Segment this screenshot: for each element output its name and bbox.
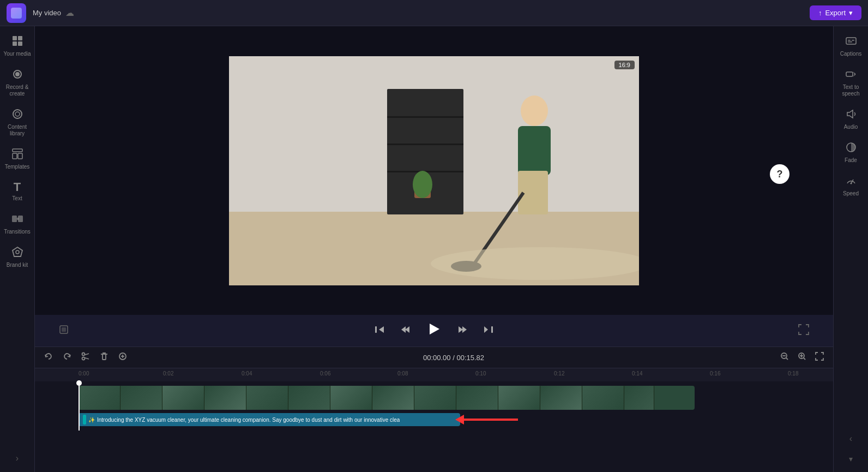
- export-arrow-icon: ↑: [818, 9, 822, 17]
- svg-point-5: [15, 72, 20, 76]
- video-controls-bar: [35, 315, 833, 346]
- main-area: Your media Record &create Contentlibrary: [0, 26, 868, 472]
- sidebar-item-text-to-speech[interactable]: Text tospeech: [834, 64, 868, 101]
- help-button[interactable]: ?: [770, 164, 789, 184]
- svg-point-42: [82, 353, 85, 356]
- video-track-row: 🔊: [79, 386, 833, 410]
- sidebar-item-brand-kit[interactable]: Brand kit: [0, 242, 34, 273]
- skip-back-button[interactable]: [372, 322, 387, 340]
- right-sidebar-label-audio: Audio: [844, 124, 858, 130]
- right-sidebar-label-captions: Captions: [840, 51, 861, 57]
- thumb-5: [246, 386, 288, 410]
- svg-marker-40: [484, 326, 488, 333]
- svg-rect-41: [491, 326, 493, 333]
- video-track[interactable]: 🔊: [79, 386, 695, 410]
- sidebar-item-record[interactable]: Record &create: [0, 64, 34, 101]
- top-bar: My video ☁ ↑ Export ▾: [0, 0, 868, 26]
- tracks-container: 🔊: [35, 381, 833, 431]
- your-media-icon: [11, 35, 23, 49]
- sidebar-item-transitions[interactable]: Transitions: [0, 208, 34, 240]
- arrow-annotation: [463, 413, 518, 426]
- ruler-mark-18: 0:18: [788, 371, 798, 377]
- fullscreen-button[interactable]: [796, 322, 811, 340]
- sidebar-item-audio[interactable]: Audio: [834, 104, 868, 135]
- panel-expand-button[interactable]: ▾: [845, 450, 857, 468]
- sidebar-collapse-button[interactable]: ›: [11, 449, 23, 468]
- add-to-timeline-button[interactable]: [116, 350, 130, 365]
- cut-button[interactable]: [79, 350, 93, 365]
- timeline-area: 00:00.00 / 00:15.82: [35, 346, 833, 472]
- fit-to-window-button[interactable]: [812, 350, 827, 365]
- svg-rect-34: [375, 326, 377, 333]
- sidebar-item-fade[interactable]: Fade: [834, 137, 868, 168]
- arrow-line: [463, 419, 518, 421]
- export-button[interactable]: ↑ Export ▾: [810, 5, 861, 20]
- sidebar-item-templates[interactable]: Templates: [0, 144, 34, 175]
- zoom-in-button[interactable]: [795, 350, 809, 365]
- svg-marker-37: [430, 324, 439, 334]
- caption-track-text: Introducing the XYZ vacuum cleaner, your…: [97, 417, 400, 423]
- rewind-button[interactable]: [398, 322, 413, 340]
- thumb-3: [162, 386, 204, 410]
- cloud-save-icon[interactable]: ☁: [65, 8, 74, 18]
- svg-rect-1: [18, 36, 22, 40]
- export-label: Export: [825, 9, 846, 17]
- ai-caption-icon: ✨: [88, 417, 95, 423]
- current-time: 00:00.00: [423, 354, 451, 362]
- playhead-handle: [76, 380, 82, 386]
- svg-rect-56: [846, 38, 856, 44]
- svg-rect-18: [387, 116, 463, 118]
- thumb-12: [540, 386, 582, 410]
- timeline-toolbar: 00:00.00 / 00:15.82: [35, 347, 833, 368]
- app-logo-inner: [11, 8, 22, 19]
- aspect-ratio-badge[interactable]: 16:9: [614, 61, 635, 69]
- captions-icon: [845, 35, 857, 49]
- sidebar-item-text[interactable]: T Text: [0, 177, 34, 206]
- redo-button[interactable]: [60, 350, 74, 365]
- video-scene: [229, 56, 639, 285]
- svg-marker-36: [401, 326, 406, 333]
- text-to-speech-icon: [845, 68, 857, 82]
- thumb-6: [288, 386, 330, 410]
- svg-rect-3: [18, 41, 22, 46]
- ruler-mark-10: 0:10: [475, 371, 486, 377]
- video-title: My video: [33, 9, 61, 17]
- undo-button[interactable]: [41, 350, 56, 365]
- thumb-11: [498, 386, 540, 410]
- svg-point-6: [13, 110, 22, 118]
- playhead[interactable]: [79, 381, 80, 431]
- transitions-icon: [11, 213, 23, 226]
- svg-marker-38: [459, 326, 463, 333]
- play-button[interactable]: [424, 319, 444, 342]
- svg-point-43: [82, 357, 85, 360]
- mask-button[interactable]: [57, 322, 71, 339]
- svg-marker-35: [405, 326, 409, 333]
- svg-point-30: [431, 247, 639, 280]
- video-scene-svg: [229, 56, 639, 285]
- text-icon: T: [14, 181, 21, 193]
- sidebar-item-your-media[interactable]: Your media: [0, 31, 34, 62]
- svg-rect-11: [12, 216, 17, 222]
- caption-handle-left: [83, 415, 86, 425]
- svg-point-7: [15, 112, 20, 116]
- svg-point-23: [413, 171, 432, 198]
- zoom-out-button[interactable]: [777, 350, 792, 365]
- svg-rect-59: [848, 41, 852, 43]
- sidebar-item-speed[interactable]: Speed: [834, 170, 868, 201]
- svg-rect-8: [13, 149, 22, 152]
- audio-icon: [845, 108, 857, 122]
- right-sidebar: Captions Text tospeech Audio: [833, 26, 868, 472]
- sidebar-label-record: Record &create: [6, 84, 29, 97]
- thumb-8: [372, 386, 414, 410]
- skip-forward-button[interactable]: [481, 322, 496, 340]
- sidebar-item-captions[interactable]: Captions: [834, 31, 868, 62]
- svg-marker-39: [462, 326, 467, 333]
- forward-button[interactable]: [455, 322, 470, 340]
- right-sidebar-collapse-button[interactable]: ‹: [845, 429, 857, 448]
- sidebar-item-content-library[interactable]: Contentlibrary: [0, 104, 34, 141]
- delete-button[interactable]: [97, 350, 111, 365]
- video-container: 16:9: [229, 56, 639, 285]
- brand-kit-icon: [11, 246, 23, 260]
- caption-track[interactable]: ✨ Introducing the XYZ vacuum cleaner, yo…: [79, 413, 460, 426]
- sidebar-label-text: Text: [12, 195, 22, 202]
